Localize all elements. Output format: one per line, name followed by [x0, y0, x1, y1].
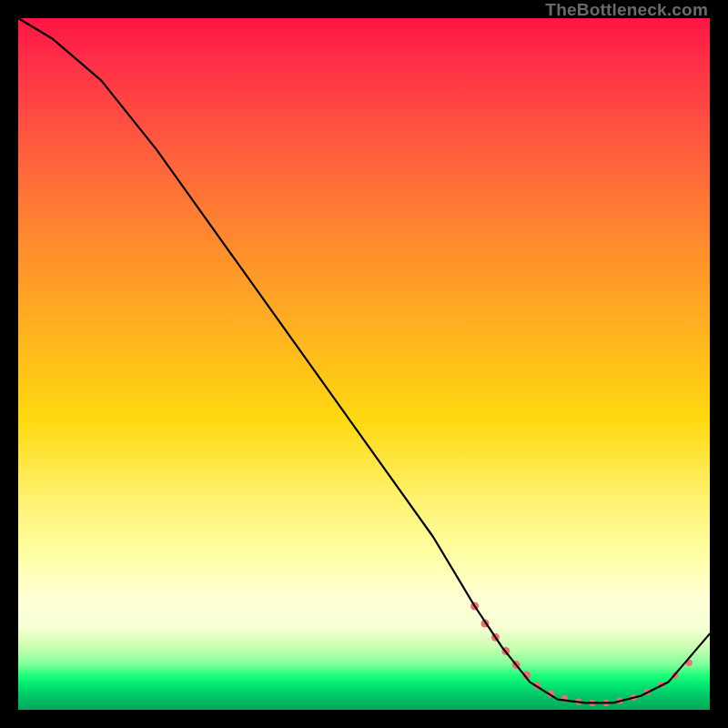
- markers-group: [470, 602, 693, 707]
- plot-area: [18, 18, 710, 710]
- curve-line: [18, 18, 710, 703]
- chart-frame: TheBottleneck.com: [0, 0, 728, 728]
- credit-label: TheBottleneck.com: [545, 0, 708, 20]
- chart-svg: [18, 18, 710, 710]
